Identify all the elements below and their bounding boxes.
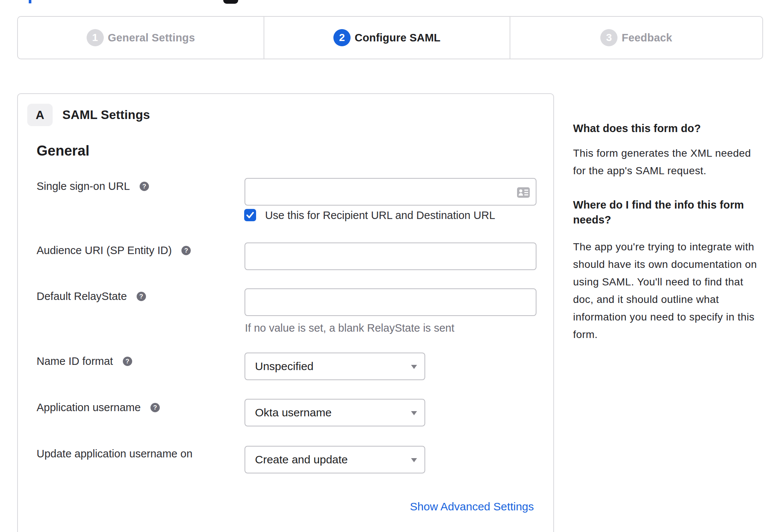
panel-title: SAML Settings: [62, 108, 150, 122]
help-answer-2: The app you're trying to integrate with …: [573, 238, 781, 343]
sso-url-help-icon[interactable]: ?: [140, 182, 149, 191]
wizard-step-feedback[interactable]: 3 Feedback: [510, 17, 762, 59]
relaystate-helper-text: If no value is set, a blank RelayState i…: [245, 322, 454, 334]
application-username-select[interactable]: Okta username: [245, 399, 425, 426]
step-2-label: Configure SAML: [355, 32, 441, 44]
section-a-badge: A: [27, 104, 53, 126]
nameid-caret-icon: [411, 365, 417, 369]
wizard-steps: 1 General Settings 2 Configure SAML 3 Fe…: [17, 16, 763, 59]
nameid-format-select[interactable]: Unspecified: [245, 353, 425, 380]
nameid-format-label: Name ID format: [37, 355, 113, 367]
audience-uri-label: Audience URI (SP Entity ID): [37, 244, 172, 257]
step-1-label: General Settings: [108, 32, 195, 44]
cutoff-page-title-fragment: [223, 0, 238, 4]
nameid-format-value: Unspecified: [245, 360, 314, 373]
nameid-format-help-icon[interactable]: ?: [123, 357, 132, 366]
application-username-help-icon[interactable]: ?: [150, 403, 160, 412]
application-username-label: Application username: [37, 401, 141, 414]
help-question-2: Where do I find the info this form needs…: [573, 197, 781, 227]
update-username-value: Create and update: [245, 453, 348, 466]
cutoff-blue-fragment: [29, 0, 31, 3]
wizard-step-general-settings[interactable]: 1 General Settings: [18, 17, 264, 59]
page: 1 General Settings 2 Configure SAML 3 Fe…: [0, 0, 781, 532]
relaystate-label: Default RelayState: [37, 290, 127, 303]
step-1-circle: 1: [87, 29, 104, 46]
sso-url-label: Single sign-on URL: [37, 180, 130, 193]
relaystate-help-icon[interactable]: ?: [137, 292, 146, 301]
update-username-label: Update application username on: [37, 448, 193, 460]
sso-url-input[interactable]: [245, 178, 536, 206]
help-answer-1: This form generates the XML needed for t…: [573, 144, 781, 179]
step-2-circle: 2: [333, 29, 351, 46]
step-3-label: Feedback: [622, 32, 672, 44]
step-3-circle: 3: [600, 29, 617, 46]
audience-uri-help-icon[interactable]: ?: [181, 246, 191, 255]
general-section-heading: General: [37, 143, 90, 159]
audience-uri-input[interactable]: [245, 242, 536, 270]
recipient-url-checkbox[interactable]: [244, 209, 256, 221]
address-card-icon[interactable]: [517, 187, 530, 199]
help-question-1: What does this form do?: [573, 121, 781, 136]
relaystate-input[interactable]: [245, 288, 536, 316]
application-username-caret-icon: [411, 411, 417, 415]
application-username-value: Okta username: [245, 406, 332, 419]
update-username-select[interactable]: Create and update: [245, 446, 425, 473]
saml-settings-panel: A SAML Settings General Single sign-on U…: [17, 93, 554, 532]
update-username-caret-icon: [411, 458, 417, 462]
recipient-url-checkbox-label: Use this for Recipient URL and Destinati…: [265, 209, 495, 222]
wizard-step-configure-saml[interactable]: 2 Configure SAML: [264, 17, 510, 59]
show-advanced-settings-link[interactable]: Show Advanced Settings: [410, 500, 534, 513]
